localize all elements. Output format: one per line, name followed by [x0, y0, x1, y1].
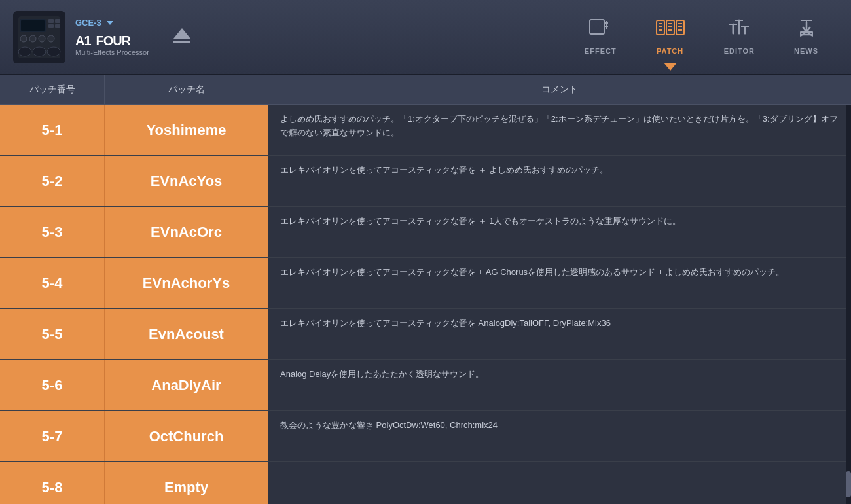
device-section: GCE-3 A1 FOUR Multi-Effects Processor	[13, 11, 565, 63]
cell-name: AnaDlyAir	[105, 360, 268, 410]
eject-icon[interactable]	[172, 26, 192, 49]
cell-name: EvnAcoust	[105, 309, 268, 359]
svg-rect-4	[48, 19, 54, 23]
svg-marker-15	[173, 28, 190, 39]
table-row[interactable]: 5-7OctChurch教会のような豊かな響き PolyOctDw:Wet60,…	[0, 411, 851, 462]
cell-name: OctChurch	[105, 411, 268, 461]
svg-rect-16	[173, 41, 190, 43]
cell-number: 5-6	[0, 360, 105, 410]
name-prefix: A1	[75, 33, 91, 48]
cell-number: 5-4	[0, 258, 105, 308]
svg-rect-3	[21, 20, 45, 31]
cell-number: 5-8	[0, 462, 105, 504]
tab-effect[interactable]: EFFECT	[565, 12, 636, 62]
svg-point-13	[33, 47, 46, 56]
patch-tab-label: PATCH	[657, 47, 683, 55]
effect-tab-label: EFFECT	[585, 47, 617, 55]
svg-point-14	[47, 47, 60, 56]
cell-number: 5-2	[0, 156, 105, 206]
cell-number: 5-5	[0, 309, 105, 359]
news-icon	[795, 19, 818, 43]
model-text: GCE-3	[75, 18, 101, 27]
news-tab-label: NEWS	[794, 47, 818, 55]
effect-icon	[589, 19, 611, 43]
tab-editor[interactable]: EDITOR	[704, 12, 774, 62]
editor-icon	[728, 19, 750, 43]
svg-rect-7	[55, 24, 60, 28]
svg-rect-5	[55, 19, 60, 23]
table-row[interactable]: 5-2EVnAcYosエレキバイオリンを使ってアコースティックな音を ＋ よしめ…	[0, 156, 851, 207]
scrollbar[interactable]	[846, 105, 851, 504]
svg-rect-6	[48, 24, 54, 28]
chevron-down-icon	[107, 21, 113, 25]
device-image	[13, 11, 65, 63]
table-row[interactable]: 5-4EVnAchorYsエレキバイオリンを使ってアコースティックな音を + A…	[0, 258, 851, 309]
table-row[interactable]: 5-5EvnAcoustエレキバイオリンを使ってアコースティックな音を Anal…	[0, 309, 851, 360]
tab-patch[interactable]: PATCH	[636, 12, 704, 62]
svg-point-9	[29, 35, 36, 42]
cell-comment: Analog Delayを使用したあたたかく透明なサウンド。	[268, 360, 851, 410]
device-model: GCE-3	[75, 18, 149, 27]
cell-comment: エレキバイオリンを使ってアコースティックな音を ＋ 1人でもオーケストラのような…	[268, 207, 851, 257]
patch-icon	[656, 19, 685, 43]
svg-point-11	[48, 35, 54, 42]
cell-number: 5-1	[0, 105, 105, 155]
table-row[interactable]: 5-8Empty	[0, 462, 851, 504]
col-header-number: パッチ番号	[0, 75, 105, 104]
cell-comment: 教会のような豊かな響き PolyOctDw:Wet60, Chrch:mix24	[268, 411, 851, 461]
nav-tabs: EFFECT PATCH	[565, 12, 838, 62]
cell-name: Yoshimeme	[105, 105, 268, 155]
tab-news[interactable]: NEWS	[774, 12, 838, 62]
svg-rect-17	[590, 20, 604, 34]
table-row[interactable]: 5-3EVnAcOrcエレキバイオリンを使ってアコースティックな音を ＋ 1人で…	[0, 207, 851, 258]
col-header-name: パッチ名	[105, 75, 268, 104]
device-name: A1 FOUR	[75, 27, 149, 48]
cell-number: 5-3	[0, 207, 105, 257]
cell-name: EVnAcOrc	[105, 207, 268, 257]
svg-point-8	[20, 35, 27, 42]
scrollbar-thumb[interactable]	[846, 471, 851, 497]
table-row[interactable]: 5-1Yoshimemeよしめめ氏おすすめのパッチ。「1:オクターブ下のピッチを…	[0, 105, 851, 156]
table-row[interactable]: 5-6AnaDlyAirAnalog Delayを使用したあたたかく透明なサウン…	[0, 360, 851, 411]
cell-comment: よしめめ氏おすすめのパッチ。「1:オクターブ下のピッチを混ぜる」「2:ホーン系デ…	[268, 105, 851, 155]
name-suffix: FOUR	[96, 33, 130, 48]
table-header: パッチ番号 パッチ名 コメント	[0, 75, 851, 105]
svg-point-10	[39, 35, 45, 42]
device-subtitle: Multi-Effects Processor	[75, 48, 149, 56]
cell-comment: エレキバイオリンを使ってアコースティックな音を ＋ よしめめ氏おすすめのパッチ。	[268, 156, 851, 206]
cell-name: EVnAchorYs	[105, 258, 268, 308]
device-title: GCE-3 A1 FOUR Multi-Effects Processor	[75, 18, 149, 56]
cell-comment	[268, 462, 851, 504]
cell-name: Empty	[105, 462, 268, 504]
table-body: 5-1Yoshimemeよしめめ氏おすすめのパッチ。「1:オクターブ下のピッチを…	[0, 105, 851, 504]
col-header-comment: コメント	[268, 75, 851, 104]
svg-point-12	[18, 47, 31, 56]
editor-tab-label: EDITOR	[724, 47, 755, 55]
cell-comment: エレキバイオリンを使ってアコースティックな音を + AG Chorusを使用した…	[268, 258, 851, 308]
cell-comment: エレキバイオリンを使ってアコースティックな音を AnalogDly:TailOF…	[268, 309, 851, 359]
cell-number: 5-7	[0, 411, 105, 461]
header: GCE-3 A1 FOUR Multi-Effects Processor	[0, 0, 851, 75]
cell-name: EVnAcYos	[105, 156, 268, 206]
